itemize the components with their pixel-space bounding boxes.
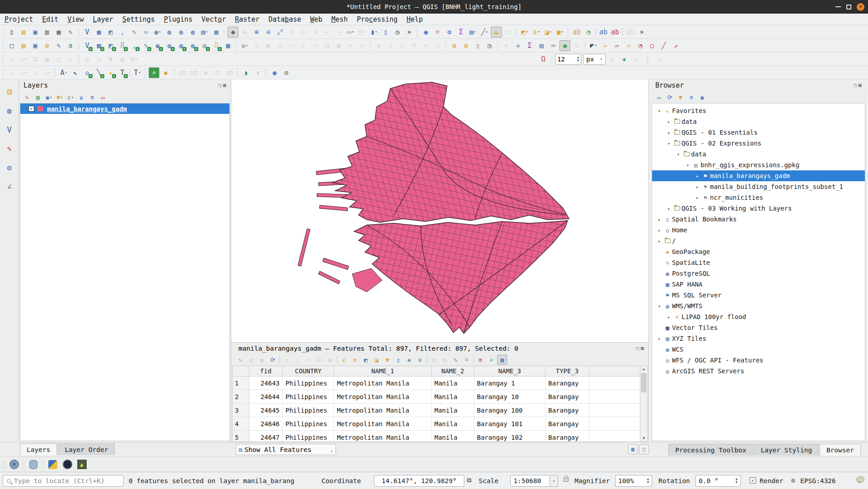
attr-float-icon[interactable]: ❐ (636, 345, 639, 352)
cell-fid[interactable]: 24647 (249, 431, 283, 442)
run-feature-action-button[interactable]: ⌗ (432, 27, 443, 38)
menu-view[interactable]: View (63, 14, 88, 24)
style-manager-button[interactable]: ✎ (65, 27, 76, 38)
pan-to-selection-button[interactable]: ✥ (239, 27, 250, 38)
add-wcs-2-button[interactable]: ◍+ (176, 40, 187, 51)
z-statistics-button[interactable]: Σ (524, 40, 535, 51)
new-3d-map-view-button[interactable]: ◳▾ (357, 27, 368, 38)
print-layout-new-button[interactable]: ▥ (42, 27, 52, 38)
browser-properties-button[interactable]: ◉ (697, 92, 707, 102)
layer-checkbox[interactable]: ✓ (28, 106, 34, 112)
tree-expander-icon[interactable]: ▸ (665, 206, 672, 211)
filter-browser-button[interactable]: ▼ (676, 92, 686, 102)
tree-expander-icon[interactable]: ▾ (656, 304, 663, 309)
paste-table-button[interactable]: ▣ (325, 355, 335, 365)
add-wms-2-button[interactable]: ◍+ (164, 40, 175, 51)
browser-item-postgresql[interactable]: ●PostgreSQL (652, 268, 865, 279)
filter-legend-expression-button[interactable]: ε▾ (65, 92, 75, 102)
add-feature-table-button[interactable]: ◇ (282, 355, 292, 365)
cell-name_2[interactable]: Manila (432, 417, 474, 430)
toggle-editing-button[interactable]: ✎ (251, 40, 262, 51)
browser-item-qgis-03-working-with-layers[interactable]: ▸QGIS - 03 Working with Layers (652, 203, 865, 214)
osm-place-search-button[interactable]: ⌕ (149, 67, 159, 78)
new-map-view-button[interactable]: ▭▾ (345, 27, 356, 38)
cell-name_3[interactable]: Barangay 1 (474, 376, 546, 390)
coordinate-input[interactable]: 14.6147°, 120.9829° (374, 475, 464, 487)
table-row[interactable]: 324645PhilippinesMetropolitan ManilaMani… (233, 404, 640, 417)
filter-legend-button[interactable]: ▼▾ (55, 92, 65, 102)
locate-search-input[interactable]: Type to locate (Ctrl+K) (3, 475, 124, 487)
zoom-in-button[interactable]: ⊕ (251, 27, 262, 38)
modify-callout-button[interactable]: ◗ (252, 67, 263, 78)
tab-layers[interactable]: Layers (20, 443, 57, 455)
mesh-force-button[interactable]: ◫ (53, 54, 64, 65)
save-all-edits-button[interactable]: ▣ (30, 40, 41, 51)
menu-edit[interactable]: Edit (37, 14, 63, 24)
scale-dropdown-icon[interactable]: ▾ (550, 475, 558, 487)
cell-type_3[interactable]: Barangay (546, 376, 589, 390)
digitize-unit-combo[interactable]: px▾ (583, 54, 606, 65)
topology-checker-button[interactable]: ⚙ (461, 40, 471, 51)
browser-item-xyz-tiles[interactable]: ▸▦XYZ Tiles (652, 333, 865, 344)
text-annotation-a-button[interactable]: a (65, 40, 76, 51)
attr-table-2-button[interactable]: ▤ (536, 40, 547, 51)
cell-name_2[interactable]: Manila (432, 376, 474, 390)
zoom-to-selection-table-button[interactable]: ⊙ (415, 355, 425, 365)
snapping-options-button[interactable]: ⚙ (42, 40, 52, 51)
statistics-panel-button[interactable]: Σ (456, 27, 467, 38)
add-delimited-text-layer-button[interactable]: , (117, 27, 128, 38)
label-tag-pin-button[interactable]: ▱ (623, 40, 634, 51)
new-temp-scratch-layer-button[interactable]: ▦ (211, 27, 222, 38)
attr-close-icon[interactable]: ⊠ (641, 345, 644, 352)
highlight-pinned-labels-button[interactable]: ab (610, 27, 621, 38)
select-by-expression-button[interactable]: ε▾ (531, 27, 542, 38)
messages-bubble-icon[interactable] (856, 476, 864, 483)
table-view-toggle-button[interactable]: ▢ (639, 444, 649, 454)
table-row[interactable]: 524647PhilippinesMetropolitan ManilaMani… (233, 431, 640, 442)
trace-digitize-button[interactable]: ◉ (560, 40, 570, 51)
column-header-fid[interactable]: fid (249, 366, 283, 376)
browser-item-ms-sql-server[interactable]: ⚑MS SQL Server (652, 290, 865, 301)
cell-country[interactable]: Philippines (283, 376, 334, 390)
select-by-form-button[interactable]: ▣▾ (555, 27, 565, 38)
rotate-feature-button[interactable]: ⟳ (409, 40, 420, 51)
digitize-arrow-button[interactable]: ↗ (670, 40, 681, 51)
check-geometries-button[interactable]: ⚙ (449, 40, 460, 51)
tree-expander-icon[interactable]: ▸ (665, 130, 672, 135)
show-spatial-bookmarks-button[interactable]: ▯ (380, 27, 391, 38)
change-label-properties-button[interactable]: ab (224, 67, 235, 78)
tree-expander-icon[interactable]: ▸ (665, 119, 672, 124)
cell-fid[interactable]: 24643 (249, 376, 283, 390)
digitize-ellipse-button[interactable]: ○ (647, 40, 658, 51)
rotation-spinbox[interactable]: 0.0 ° ▲▼ (695, 475, 741, 487)
spin-arrows-icon[interactable]: ▲▼ (647, 478, 649, 484)
minimize-button[interactable] (835, 6, 841, 7)
map-canvas[interactable] (231, 80, 649, 343)
project-save-button[interactable]: ▣ (30, 27, 41, 38)
log-page-button[interactable]: ▯ (472, 40, 483, 51)
auto-label-button[interactable]: A▾ (58, 67, 69, 78)
simplify-feature-button[interactable]: ≈ (420, 40, 431, 51)
cell-country[interactable]: Philippines (283, 390, 334, 403)
styling-dock-button[interactable]: ✎ (4, 143, 15, 155)
tree-expander-icon[interactable]: ▸ (656, 336, 663, 341)
add-arcgis-rest-button[interactable]: ◍+ (199, 40, 210, 51)
copy-table-button[interactable]: ⧉ (314, 355, 324, 365)
tree-expander-icon[interactable]: ▾ (665, 141, 672, 146)
add-delimited-text-2-button[interactable]: ,+ (129, 40, 140, 51)
select-all-table-button[interactable]: ≡ (350, 355, 360, 365)
cell-name_3[interactable]: Barangay 102 (474, 431, 546, 442)
collapse-all-button[interactable]: ⇈ (87, 92, 97, 102)
add-postgis-2-button[interactable]: ●+ (152, 40, 163, 51)
browser-item-lipad-100yr-flood[interactable]: ▸≺LiPAD 100yr flood (652, 311, 865, 322)
stream-digitize-button[interactable]: ∿ (571, 40, 582, 51)
ruler-measure-button[interactable]: ═ (548, 40, 559, 51)
browser-close-icon[interactable]: ⊠ (859, 82, 862, 89)
enable-snapping-button[interactable]: Ω (538, 54, 549, 65)
table-row[interactable]: 224644PhilippinesMetropolitan ManilaMani… (233, 390, 640, 404)
layers-dock-button[interactable]: ⧉ (4, 86, 15, 98)
tab-layer-styling[interactable]: Layer Styling (754, 444, 819, 456)
cell-type_3[interactable]: Barangay (546, 390, 589, 403)
cell-name_3[interactable]: Barangay 10 (474, 390, 546, 403)
crs-status-button[interactable]: EPSG:4326 (800, 472, 836, 489)
